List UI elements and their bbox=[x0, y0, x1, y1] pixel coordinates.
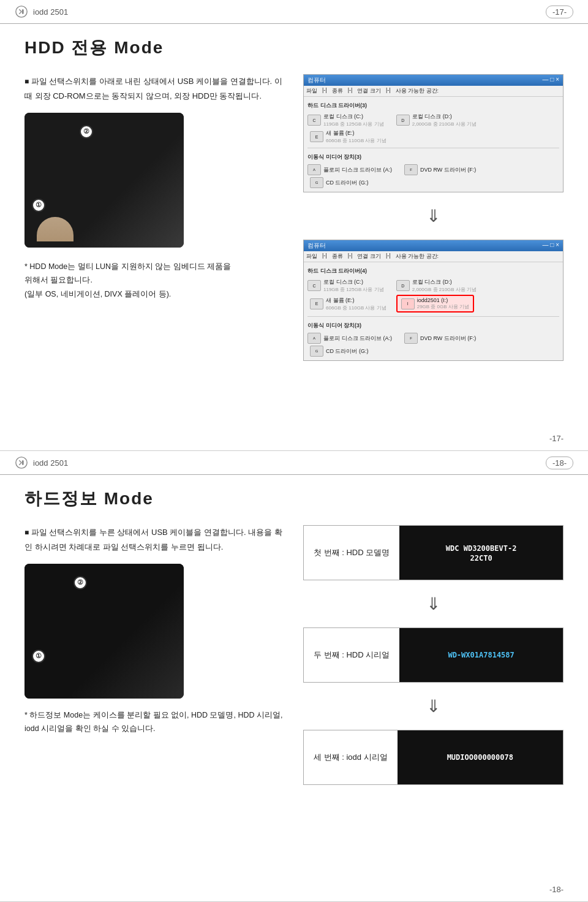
drive2-f-icon: F bbox=[404, 333, 418, 344]
explorer-2-toolbar: 파일 |-| 종류 |-| 연결 크기 |-| 사용 가능한 공간: bbox=[304, 251, 563, 262]
divider-1 bbox=[307, 148, 559, 148]
page-2-logo-icon bbox=[15, 456, 28, 469]
drive2-c: C 로컬 디스크 (C:) 119GB 중 125GB 사용 기념 bbox=[307, 278, 384, 293]
drive2-a-icon: A bbox=[307, 333, 321, 344]
drive-a: A 플로피 디스크 드라이브 (A:) bbox=[307, 164, 392, 175]
drive-a-icon: A bbox=[307, 164, 321, 175]
page-1-num: -17- bbox=[546, 6, 573, 18]
info-card-3: 세 번째 : iodd 시리얼 MUDIOO000000078 bbox=[303, 730, 564, 785]
page-2: iodd 2501 -18- 하드정보 Mode 파일 선택스위치를 누른 상태… bbox=[0, 451, 588, 902]
card-2-label: 두 번째 : HDD 시리얼 bbox=[304, 628, 399, 682]
card-2-img: WD-WX01A7814587 bbox=[399, 628, 563, 682]
drive2-a: A 플로피 디스크 드라이브 (A:) bbox=[307, 333, 392, 344]
device-image: 🖥 HDD - MODE ① ② bbox=[24, 113, 184, 248]
drive-d-icon: D bbox=[396, 115, 410, 126]
page2-label-circle-1: ① bbox=[32, 650, 45, 663]
drive-e: E 새 볼륨 (E:) 606GB 중 110GB 사용 기념 bbox=[310, 129, 559, 144]
drive2-iodd: I iodd2501 (I:) 29GB 중 0GB 사용 기념 bbox=[396, 295, 474, 313]
header-logo-text: iodd 2501 bbox=[33, 7, 68, 17]
drive-g-icon: G bbox=[310, 177, 323, 188]
header-logo: iodd 2501 bbox=[15, 5, 68, 18]
drive2-d-icon: D bbox=[396, 280, 410, 291]
drive-c: C 로컬 디스크 (C:) 119GB 중 125GB 사용 기념 bbox=[307, 113, 384, 127]
drive2-d: D 로컬 디스크 (D:) 2,000GB 중 210GB 사용 기념 bbox=[396, 278, 477, 293]
page-2-content: 하드정보 Mode 파일 선택스위치를 누른 상태에서 USB 케이블을 연결합… bbox=[0, 475, 588, 797]
arrow-down-2: ⇓ bbox=[426, 594, 440, 614]
drive-d: D 로컬 디스크 (D:) 2,000GB 중 210GB 사용 기념 bbox=[396, 113, 477, 127]
drive2-g-icon: G bbox=[310, 346, 323, 357]
page-2-header-logo: iodd 2501 bbox=[15, 456, 68, 469]
drive2-iodd-icon: I bbox=[401, 298, 415, 309]
card-1-img: WDC WD3200BEVT-2 22CT0 bbox=[399, 526, 563, 580]
card-3-img: MUDIOO000000078 bbox=[398, 730, 563, 784]
explorer-2-media-row: A 플로피 디스크 드라이브 (A:) F DVD RW 드라이버 (F:) bbox=[307, 333, 559, 344]
drive-f-icon: F bbox=[404, 164, 418, 175]
card-2-text: WD-WX01A7814587 bbox=[448, 651, 514, 659]
page-1-header: iodd 2501 -17- bbox=[0, 0, 588, 24]
page-2-two-col: 파일 선택스위치를 누른 상태에서 USB 케이블을 연결합니다. 내용을 확인… bbox=[24, 525, 564, 785]
card-3-text: MUDIOO000000078 bbox=[447, 753, 513, 762]
label-circle-1: ① bbox=[32, 199, 45, 212]
page-2-num: -18- bbox=[546, 457, 573, 469]
page-1-two-col: 파일 선택스위치를 아래로 내린 상태에서 USB 케이블을 연결합니다. 이때… bbox=[24, 74, 564, 361]
page-1-content: HDD 전용 Mode 파일 선택스위치를 아래로 내린 상태에서 USB 케이… bbox=[0, 24, 588, 373]
label-circle-2: ② bbox=[80, 125, 93, 138]
explorer-2-body: 하드 디스크 드라이버(4) C 로컬 디스크 (C:) 119GB 중 125… bbox=[304, 262, 563, 360]
page-2-footer-num: -18- bbox=[549, 885, 564, 894]
device-image-2: WDC WD3200BEVT-2 22CT0 ② ① bbox=[24, 564, 184, 699]
card-1-label: 첫 번째 : HDD 모델명 bbox=[304, 526, 399, 580]
drive-e-icon: E bbox=[310, 131, 323, 142]
page-2-left-col: 파일 선택스위치를 누른 상태에서 USB 케이블을 연결합니다. 내용을 확인… bbox=[24, 525, 285, 736]
explorer-2-titlebar: 컴퓨터 — □ × bbox=[304, 240, 563, 251]
explorer-window-2: 컴퓨터 — □ × 파일 |-| 종류 |-| 연결 크기 |-| 사용 가능한… bbox=[303, 240, 564, 361]
page2-label-circle-2: ② bbox=[74, 576, 87, 589]
explorer-2-drives: C 로컬 디스크 (C:) 119GB 중 125GB 사용 기념 D 로컬 디… bbox=[307, 278, 559, 293]
page-2-logo-text: iodd 2501 bbox=[33, 458, 68, 468]
svg-rect-1 bbox=[22, 9, 24, 13]
explorer-1-drives: C 로컬 디스크 (C:) 119GB 중 125GB 사용 기념 D 로컬 디… bbox=[307, 113, 559, 127]
page-2-note: 하드정보 Mode는 케이스를 분리할 필요 없이, HDD 모델명, HDD … bbox=[24, 708, 285, 736]
explorer-2-media-title: 이동식 미디어 장치(3) bbox=[307, 322, 559, 330]
explorer-1-body: 하드 디스크 드라이버(3) C 로컬 디스크 (C:) 119GB 중 125… bbox=[304, 97, 563, 192]
arrow-down-1: ⇓ bbox=[426, 206, 440, 226]
explorer-1-hdd-title: 하드 디스크 드라이버(3) bbox=[307, 102, 559, 110]
drive2-f: F DVD RW 드라이버 (F:) bbox=[404, 333, 476, 344]
page-2-title: 하드정보 Mode bbox=[24, 487, 564, 510]
explorer-window-1: 컴퓨터 — □ × 파일 |-| 종류 |-| 연결 크기 |-| 사용 가능한… bbox=[303, 74, 564, 192]
drive-c-icon: C bbox=[307, 115, 321, 126]
arrow-down-3: ⇓ bbox=[426, 696, 440, 716]
page-1-footer-num: -17- bbox=[549, 434, 564, 443]
page-2-header: iodd 2501 -18- bbox=[0, 451, 588, 475]
card-1-text2: 22CT0 bbox=[446, 554, 517, 563]
divider-2 bbox=[307, 316, 559, 317]
page-2-bullet: 파일 선택스위치를 누른 상태에서 USB 케이블을 연결합니다. 내용을 확인… bbox=[24, 525, 285, 554]
drive2-c-icon: C bbox=[307, 280, 321, 291]
card-1-text1: WDC WD3200BEVT-2 bbox=[446, 543, 517, 554]
drive2-e: E 새 볼륨 (E:) 606GB 중 110GB 사용 기념 bbox=[310, 295, 386, 313]
page-2-right-col: 첫 번째 : HDD 모델명 WDC WD3200BEVT-2 22CT0 ⇓ … bbox=[303, 525, 564, 785]
explorer-1-toolbar: 파일 |-| 종류 |-| 연결 크기 |-| 사용 가능한 공간: bbox=[304, 86, 563, 97]
drive2-g: G CD 드라이버 (G:) bbox=[310, 346, 559, 357]
drive2-e-icon: E bbox=[310, 298, 323, 309]
page-1-title: HDD 전용 Mode bbox=[24, 36, 564, 59]
page-1: iodd 2501 -17- HDD 전용 Mode 파일 선택스위치를 아래로… bbox=[0, 0, 588, 451]
note-text: * HDD Mode는 멀티 LUN을 지원하지 않는 임베디드 제품을 위해서… bbox=[24, 260, 285, 301]
logo-icon bbox=[15, 5, 28, 18]
info-card-1: 첫 번째 : HDD 모델명 WDC WD3200BEVT-2 22CT0 bbox=[303, 525, 564, 580]
svg-rect-3 bbox=[22, 460, 24, 464]
explorer-1-media-row: A 플로피 디스크 드라이브 (A:) F DVD RW 드라이버 (F:) bbox=[307, 164, 559, 175]
explorer-2-hdd-title: 하드 디스크 드라이버(4) bbox=[307, 267, 559, 275]
left-col: 파일 선택스위치를 아래로 내린 상태에서 USB 케이블을 연결합니다. 이때… bbox=[24, 74, 285, 301]
drive-g: G CD 드라이버 (G:) bbox=[310, 177, 559, 188]
info-card-2: 두 번째 : HDD 시리얼 WD-WX01A7814587 bbox=[303, 627, 564, 683]
card-3-label: 세 번째 : iodd 시리얼 bbox=[304, 730, 398, 784]
explorer-1-media-title: 이동식 미디어 장치(3) bbox=[307, 153, 559, 161]
right-col: 컴퓨터 — □ × 파일 |-| 종류 |-| 연결 크기 |-| 사용 가능한… bbox=[303, 74, 564, 361]
drive-f: F DVD RW 드라이버 (F:) bbox=[404, 164, 476, 175]
bullet-text: 파일 선택스위치를 아래로 내린 상태에서 USB 케이블을 연결합니다. 이때… bbox=[24, 74, 285, 103]
explorer-1-titlebar: 컴퓨터 — □ × bbox=[304, 75, 563, 86]
card-1-text: WDC WD3200BEVT-2 22CT0 bbox=[446, 543, 517, 563]
